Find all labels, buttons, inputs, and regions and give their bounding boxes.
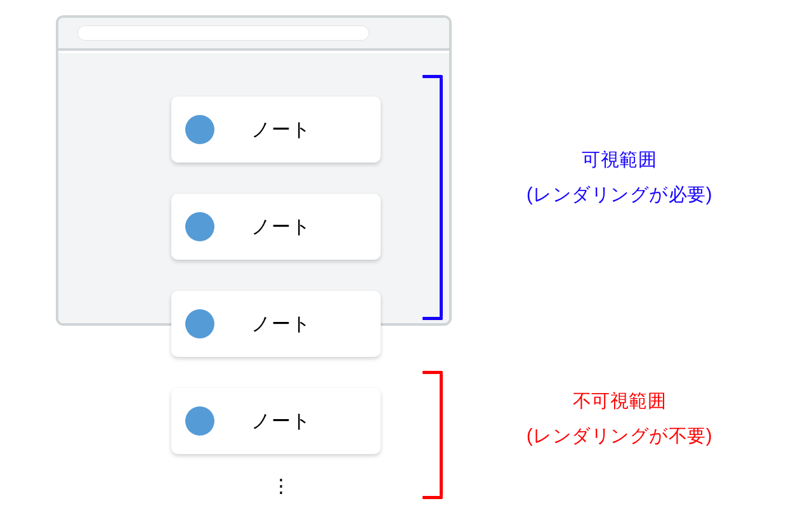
- address-bar[interactable]: [77, 25, 369, 41]
- bullet-icon: [185, 212, 214, 241]
- card-label: ノート: [251, 214, 311, 240]
- visible-range-title: 可視範囲: [527, 142, 712, 177]
- list-item: ノート: [171, 291, 381, 357]
- invisible-range-title: 不可視範囲: [527, 384, 712, 418]
- visible-range-label: 可視範囲 (レンダリングが必要): [527, 142, 712, 212]
- invisible-range-subtitle: (レンダリングが不要): [527, 418, 712, 453]
- card-label: ノート: [251, 311, 311, 337]
- card-list: ノート ノート ノート ノート: [171, 97, 381, 485]
- list-item: ノート: [171, 388, 381, 454]
- visible-range-bracket: [422, 75, 443, 320]
- list-item: ノート: [171, 97, 381, 163]
- ellipsis-icon: ⋮: [272, 481, 291, 490]
- diagram-stage: ノート ノート ノート ノート ⋮ 可視範囲 (レンダリングが必要) 不可視範囲: [0, 0, 812, 508]
- card-label: ノート: [251, 117, 311, 143]
- browser-title-bar: [58, 18, 449, 51]
- invisible-range-bracket: [422, 371, 443, 499]
- invisible-range-label: 不可視範囲 (レンダリングが不要): [527, 384, 712, 453]
- card-label: ノート: [251, 408, 311, 434]
- list-item: ノート: [171, 194, 381, 260]
- bullet-icon: [185, 406, 214, 436]
- bullet-icon: [185, 309, 214, 338]
- bullet-icon: [185, 115, 214, 144]
- visible-range-subtitle: (レンダリングが必要): [527, 177, 712, 212]
